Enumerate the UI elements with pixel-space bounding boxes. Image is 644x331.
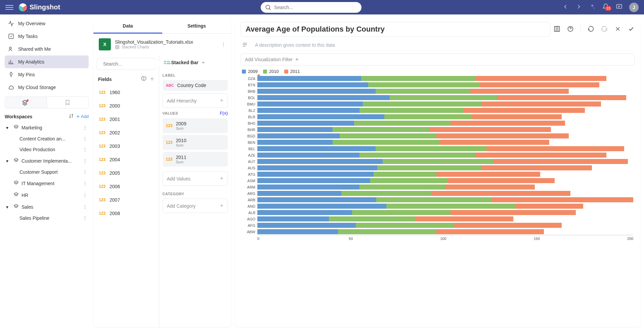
chart-bar-row[interactable]: ARB — [242, 197, 633, 203]
viz-type-selector[interactable]: Stacked Bar — [163, 58, 228, 67]
user-avatar[interactable]: J — [629, 3, 639, 12]
value-chip[interactable]: 1232011Sum — [163, 152, 228, 167]
chart-bar-row[interactable]: AND — [242, 203, 633, 209]
label-chip[interactable]: ABC Country Code — [163, 80, 228, 91]
chart-bar-row[interactable]: AUT — [242, 158, 633, 165]
workspace-item[interactable]: IT Management ⋮ — [5, 177, 89, 189]
field-item[interactable]: 1232007 — [93, 193, 159, 207]
add-category[interactable]: Add Category + — [163, 199, 228, 213]
item-menu[interactable]: ⋮ — [83, 158, 87, 164]
view-bookmark[interactable] — [47, 97, 89, 108]
add-filter[interactable]: Add Visualization Filter + — [241, 53, 635, 66]
brain-icon[interactable] — [141, 76, 147, 83]
confirm-icon[interactable] — [628, 26, 635, 33]
item-menu[interactable]: ⋮ — [83, 125, 87, 130]
workspace-item[interactable]: ▾ Marketing ⋮ — [5, 122, 89, 133]
chart-bar-row[interactable]: BHR — [242, 126, 633, 133]
viz-description-input[interactable]: A description gives context to this data — [251, 40, 633, 50]
item-menu[interactable]: ⋮ — [83, 181, 87, 186]
chart-bar-row[interactable]: ATG — [242, 171, 633, 177]
field-item[interactable]: 1232000 — [93, 99, 159, 113]
nav-overview[interactable]: My Overview — [5, 17, 89, 30]
brand-logo[interactable]: Slingshot — [19, 3, 60, 11]
file-menu[interactable]: ⋮ — [221, 42, 226, 47]
item-menu[interactable]: ⋮ — [83, 193, 87, 198]
add-workspace[interactable]: +Add — [77, 114, 89, 120]
menu-toggle[interactable] — [5, 3, 13, 11]
add-field[interactable]: + — [150, 75, 154, 83]
nav-analytics[interactable]: My Analytics — [5, 55, 89, 68]
chart-bar-row[interactable]: AGO — [242, 216, 633, 222]
nav-shared[interactable]: Shared with Me — [5, 43, 89, 55]
workspace-child[interactable]: Content Creation an...⋮ — [5, 133, 89, 144]
sort-icon[interactable] — [69, 113, 74, 120]
chart-bar-row[interactable]: ASM — [242, 177, 633, 184]
nav-forward[interactable] — [575, 3, 582, 11]
item-menu[interactable]: ⋮ — [83, 147, 87, 152]
field-item[interactable]: 1232006 — [93, 180, 159, 193]
chart-bar-row[interactable]: BOL — [242, 94, 633, 101]
field-item[interactable]: 1232008 — [93, 207, 159, 220]
fx-button[interactable]: F(x) — [220, 111, 228, 116]
grid-view-icon[interactable] — [554, 26, 560, 33]
chat-icon[interactable] — [616, 3, 622, 11]
view-stack[interactable] — [5, 97, 47, 108]
legend-item[interactable]: 2011 — [284, 69, 300, 74]
item-menu[interactable]: ⋮ — [83, 204, 87, 210]
undo-icon[interactable] — [588, 26, 594, 33]
item-menu[interactable]: ⋮ — [83, 136, 87, 141]
workspace-item[interactable]: HR ⋮ — [5, 189, 89, 201]
close-icon[interactable] — [614, 26, 621, 33]
chart-bar-row[interactable]: BLR — [242, 114, 633, 120]
chart-bar-row[interactable]: ALB — [242, 209, 633, 216]
nav-cloud[interactable]: My Cloud Storage — [5, 81, 89, 94]
chart-bar-row[interactable]: BGD — [242, 133, 633, 139]
legend-item[interactable]: 2010 — [263, 69, 279, 74]
chart-bar-row[interactable]: BEN — [242, 139, 633, 146]
chart-bar-row[interactable]: BTN — [242, 82, 633, 88]
chart-bar-row[interactable]: BHS — [242, 120, 633, 126]
field-item[interactable]: 1232003 — [93, 139, 159, 153]
workspace-child[interactable]: Sales Pipeline⋮ — [5, 213, 89, 223]
add-values[interactable]: Add Values + — [163, 171, 228, 186]
workspace-item[interactable]: ▾ Sales ⋮ — [5, 201, 89, 213]
legend-item[interactable]: 2009 — [242, 69, 258, 74]
value-chip[interactable]: 1232010Sum — [163, 135, 228, 150]
chart-bar-row[interactable]: BLZ — [242, 107, 633, 114]
workspace-item[interactable]: ▾ Customer Implementa... ⋮ — [5, 155, 89, 167]
chart-bar-row[interactable]: AFG — [242, 222, 633, 229]
field-item[interactable]: 1231960 — [93, 86, 159, 99]
item-menu[interactable]: ⋮ — [83, 215, 87, 221]
redo-icon[interactable] — [601, 26, 608, 33]
chart-bar-row[interactable]: AZE — [242, 152, 633, 158]
chart-bar-row[interactable]: AUS — [242, 165, 633, 171]
chart-bar-row[interactable]: BRB — [242, 88, 633, 94]
chart-bar-row[interactable]: BEL — [242, 146, 633, 152]
notifications-icon[interactable]: 13 — [602, 3, 609, 11]
workspace-child[interactable]: Video Production⋮ — [5, 144, 89, 155]
chart-bar-row[interactable]: ARM — [242, 184, 633, 190]
chart-bar-row[interactable]: ARG — [242, 190, 633, 197]
field-item[interactable]: 1232001 — [93, 113, 159, 126]
global-search[interactable] — [261, 2, 361, 13]
field-item[interactable]: 1232002 — [93, 126, 159, 139]
search-input[interactable] — [274, 5, 357, 10]
workspace-child[interactable]: Customer Support⋮ — [5, 167, 89, 177]
field-item[interactable]: 1232005 — [93, 166, 159, 180]
nav-pins[interactable]: My Pins — [5, 68, 89, 81]
item-menu[interactable]: ⋮ — [83, 169, 87, 175]
help-icon[interactable] — [567, 26, 574, 33]
tab-data[interactable]: Data — [93, 18, 162, 33]
chart-bar-row[interactable]: DZA — [242, 75, 633, 82]
field-search-input[interactable] — [103, 61, 162, 67]
nav-back[interactable] — [562, 3, 569, 11]
chart-bar-row[interactable]: ABW — [242, 229, 633, 235]
field-search[interactable] — [97, 58, 156, 70]
tab-settings[interactable]: Settings — [162, 18, 231, 33]
field-item[interactable]: 1232004 — [93, 153, 159, 166]
value-chip[interactable]: 1232009Sum — [163, 118, 228, 133]
nav-tasks[interactable]: My Tasks — [5, 30, 89, 43]
viz-title-input[interactable]: Average Age of Populations by Country — [241, 22, 550, 37]
add-hierarchy[interactable]: Add Hierarchy + — [163, 93, 228, 108]
ai-sparkle-icon[interactable] — [589, 3, 596, 11]
